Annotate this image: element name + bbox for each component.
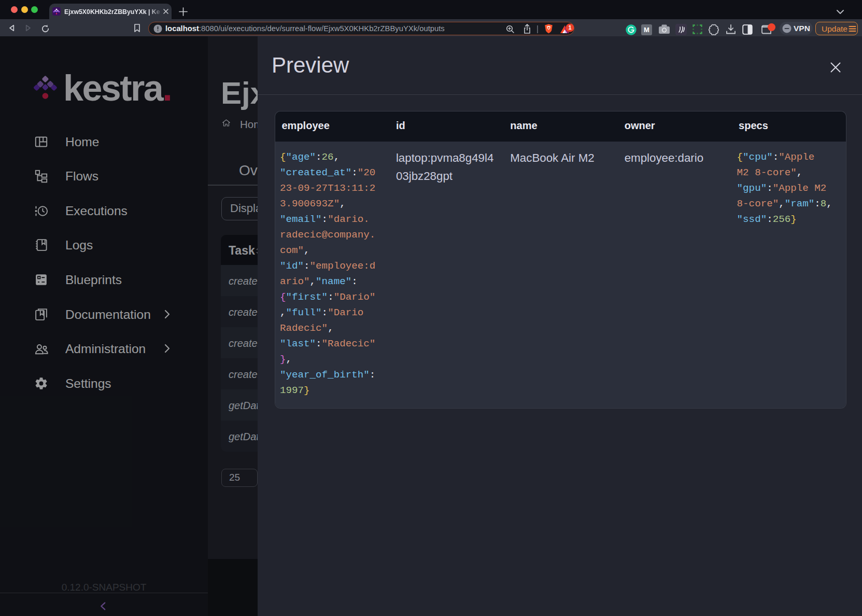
svg-text:1: 1 (568, 24, 571, 31)
